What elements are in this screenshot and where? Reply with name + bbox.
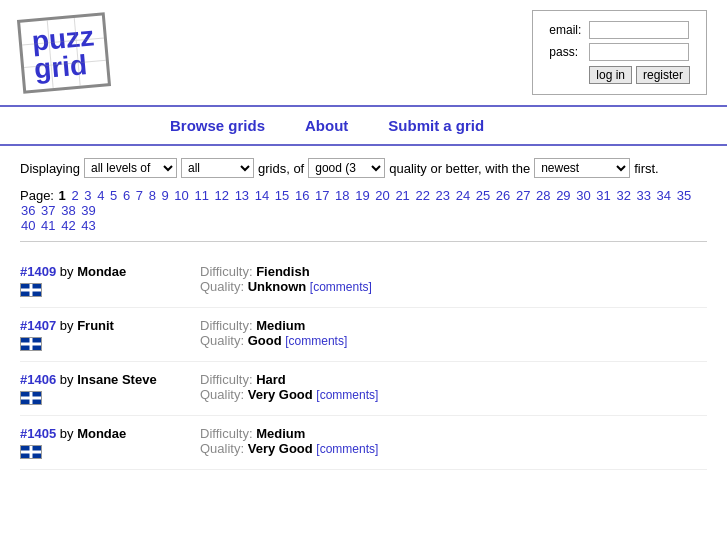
page-9[interactable]: 9 <box>161 188 168 203</box>
page-19[interactable]: 19 <box>355 188 369 203</box>
order-select[interactable]: newest oldest highest rated <box>534 158 630 178</box>
logo-grid-lines <box>20 15 108 90</box>
diff-value-1405: Medium <box>256 426 305 441</box>
grid-id-1405[interactable]: #1405 <box>20 426 56 441</box>
page-21[interactable]: 21 <box>395 188 409 203</box>
by-text-1409: by <box>60 264 77 279</box>
grid-id-1406[interactable]: #1406 <box>20 372 56 387</box>
page-33[interactable]: 33 <box>637 188 651 203</box>
nav-submit-grid[interactable]: Submit a grid <box>388 117 484 134</box>
level-select[interactable]: all levels of beginner intermediate adva… <box>84 158 177 178</box>
grid-entry-right-1405: Difficulty: Medium Quality: Very Good [c… <box>200 426 707 456</box>
login-button[interactable]: log in <box>589 66 632 84</box>
email-input[interactable] <box>589 21 689 39</box>
page-6[interactable]: 6 <box>123 188 130 203</box>
page-40[interactable]: 40 <box>21 218 35 233</box>
qual-label-1406: Quality: <box>200 387 244 402</box>
page-11[interactable]: 11 <box>194 188 208 203</box>
page-4[interactable]: 4 <box>97 188 104 203</box>
author-1407: Frunit <box>77 318 114 333</box>
page-12[interactable]: 12 <box>215 188 229 203</box>
comments-1409[interactable]: [comments] <box>310 280 372 294</box>
by-text-1405: by <box>60 426 77 441</box>
page-16[interactable]: 16 <box>295 188 309 203</box>
table-row: #1405 by Mondae Difficulty: Medium Quali… <box>20 416 707 470</box>
svg-line-1 <box>74 17 80 85</box>
page-22[interactable]: 22 <box>415 188 429 203</box>
diff-value-1407: Medium <box>256 318 305 333</box>
first-label: first. <box>634 161 659 176</box>
diff-label-1405: Difficulty: <box>200 426 253 441</box>
page-7[interactable]: 7 <box>136 188 143 203</box>
diff-value-1409: Fiendish <box>256 264 309 279</box>
page-39[interactable]: 39 <box>81 203 95 218</box>
page-10[interactable]: 10 <box>174 188 188 203</box>
pass-input[interactable] <box>589 43 689 61</box>
qual-value-1409: Unknown <box>248 279 307 294</box>
grid-id-1409[interactable]: #1409 <box>20 264 56 279</box>
diff-label-1409: Difficulty: <box>200 264 253 279</box>
page-29[interactable]: 29 <box>556 188 570 203</box>
grid-id-1407[interactable]: #1407 <box>20 318 56 333</box>
page-15[interactable]: 15 <box>275 188 289 203</box>
diff-label-1406: Difficulty: <box>200 372 253 387</box>
page-20[interactable]: 20 <box>375 188 389 203</box>
comments-1407[interactable]: [comments] <box>285 334 347 348</box>
uk-flag-1405 <box>20 445 42 459</box>
page-37[interactable]: 37 <box>41 203 55 218</box>
author-1405: Mondae <box>77 426 126 441</box>
comments-1405[interactable]: [comments] <box>316 442 378 456</box>
email-label: email: <box>549 23 581 37</box>
page-8[interactable]: 8 <box>149 188 156 203</box>
page-38[interactable]: 38 <box>61 203 75 218</box>
page-28[interactable]: 28 <box>536 188 550 203</box>
table-row: #1407 by Frunit Difficulty: Medium Quali… <box>20 308 707 362</box>
logo-box: puzz grid <box>17 12 111 93</box>
page-26[interactable]: 26 <box>496 188 510 203</box>
page-34[interactable]: 34 <box>657 188 671 203</box>
page-32[interactable]: 32 <box>616 188 630 203</box>
table-row: #1409 by Mondae Difficulty: Fiendish Qua… <box>20 254 707 308</box>
page-2[interactable]: 2 <box>71 188 78 203</box>
page-23[interactable]: 23 <box>436 188 450 203</box>
page-24[interactable]: 24 <box>456 188 470 203</box>
grid-entry-left-1409: #1409 by Mondae <box>20 264 200 297</box>
quality-select[interactable]: good (3 any great (4 perfect (5 <box>308 158 385 178</box>
grid-list: #1409 by Mondae Difficulty: Fiendish Qua… <box>20 254 707 470</box>
svg-line-2 <box>22 37 104 44</box>
qual-label-1407: Quality: <box>200 333 244 348</box>
uk-flag-1407 <box>20 337 42 351</box>
nav: Browse grids About Submit a grid <box>0 107 727 146</box>
page-41[interactable]: 41 <box>41 218 55 233</box>
page-27[interactable]: 27 <box>516 188 530 203</box>
header: puzz grid email: pass: log in register <box>0 0 727 107</box>
page-14[interactable]: 14 <box>255 188 269 203</box>
logo-area: puzz grid <box>20 16 108 90</box>
nav-browse-grids[interactable]: Browse grids <box>170 117 265 134</box>
by-text-1407: by <box>60 318 77 333</box>
page-18[interactable]: 18 <box>335 188 349 203</box>
type-select[interactable]: all standard special <box>181 158 254 178</box>
diff-label-1407: Difficulty: <box>200 318 253 333</box>
displaying-label: Displaying <box>20 161 80 176</box>
page-25[interactable]: 25 <box>476 188 490 203</box>
page-42[interactable]: 42 <box>61 218 75 233</box>
page-17[interactable]: 17 <box>315 188 329 203</box>
page-30[interactable]: 30 <box>576 188 590 203</box>
qual-label-1409: Quality: <box>200 279 244 294</box>
by-text-1406: by <box>60 372 77 387</box>
quality-suffix: quality or better, with the <box>389 161 530 176</box>
nav-about[interactable]: About <box>305 117 348 134</box>
page-5[interactable]: 5 <box>110 188 117 203</box>
page-31[interactable]: 31 <box>596 188 610 203</box>
page-43[interactable]: 43 <box>81 218 95 233</box>
page-3[interactable]: 3 <box>84 188 91 203</box>
svg-line-0 <box>47 20 53 88</box>
page-13[interactable]: 13 <box>235 188 249 203</box>
page-35[interactable]: 35 <box>677 188 691 203</box>
register-button[interactable]: register <box>636 66 690 84</box>
main-content: Displaying all levels of beginner interm… <box>0 146 727 482</box>
comments-1406[interactable]: [comments] <box>316 388 378 402</box>
page-36[interactable]: 36 <box>21 203 35 218</box>
qual-value-1406: Very Good <box>248 387 313 402</box>
